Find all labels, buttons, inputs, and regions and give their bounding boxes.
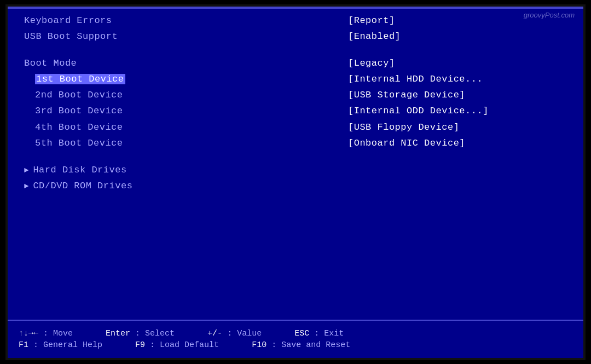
desc-esc: : Exit <box>314 329 344 338</box>
boot-device-5-row[interactable]: 5th Boot Device [Onboard NIC Device] <box>24 136 567 151</box>
desc-enter: : Select <box>135 329 175 338</box>
gap2 <box>24 152 567 163</box>
desc-f9: : Load Default <box>150 340 219 350</box>
shortcut-value: +/- : Value <box>207 329 262 338</box>
boot-device-5-label[interactable]: 5th Boot Device <box>35 138 123 148</box>
key-f9: F9 <box>135 340 145 350</box>
boot-device-2-label[interactable]: 2nd Boot Device <box>35 90 123 100</box>
cdvdrom-drives-row[interactable]: ► CD/DVD ROM Drives <box>24 178 567 193</box>
key-value: +/- <box>207 329 222 338</box>
gap1 <box>24 45 567 56</box>
boot-device-4-value: [USB Floppy Device] <box>348 122 481 132</box>
boot-mode-value: [Legacy] <box>348 58 417 68</box>
main-content: Keyboard Errors [Report] USB Boot Suppor… <box>8 7 583 358</box>
hard-disk-drives-label[interactable]: Hard Disk Drives <box>33 163 126 177</box>
watermark-text: groovyPost.com <box>524 11 575 19</box>
shortcut-f9: F9 : Load Default <box>135 340 219 350</box>
boot-device-1-value: [Internal HDD Device... <box>348 74 505 84</box>
boot-device-2-value: [USB Storage Device] <box>348 90 487 100</box>
bios-screen: groovyPost.com Keyboard Errors [Report] … <box>8 7 583 358</box>
shortcut-esc: ESC : Exit <box>294 329 344 338</box>
boot-device-5-value: [Onboard NIC Device] <box>348 138 487 148</box>
keyboard-errors-row: Keyboard Errors [Report] <box>24 13 567 28</box>
usb-boot-support-label: USB Boot Support <box>24 31 118 42</box>
key-esc: ESC <box>294 329 309 338</box>
boot-mode-label: Boot Mode <box>24 58 77 68</box>
boot-device-4-row[interactable]: 4th Boot Device [USB Floppy Device] <box>24 120 567 135</box>
boot-device-2-row[interactable]: 2nd Boot Device [USB Storage Device] <box>24 88 567 102</box>
boot-mode-row: Boot Mode [Legacy] <box>24 56 567 71</box>
hard-disk-drives-item[interactable]: ► Hard Disk Drives <box>24 163 337 177</box>
bottom-row-1: ↑↓→← : Move Enter : Select +/- : Value E… <box>19 329 572 338</box>
hard-disk-drives-row[interactable]: ► Hard Disk Drives <box>24 163 567 177</box>
shortcut-f10: F10 : Save and Reset <box>252 340 350 350</box>
usb-boot-support-value: [Enabled] <box>348 31 422 42</box>
arrow-icon-hdd: ► <box>24 166 28 175</box>
boot-device-3-label[interactable]: 3rd Boot Device <box>35 106 123 116</box>
cdvdrom-drives-label[interactable]: CD/DVD ROM Drives <box>33 178 132 193</box>
arrow-icon-cdvd: ► <box>24 182 28 190</box>
boot-device-3-value: [Internal ODD Device...] <box>348 106 511 116</box>
keyboard-errors-label: Keyboard Errors <box>24 15 112 26</box>
boot-device-1-label[interactable]: 1st Boot Device <box>35 74 125 84</box>
top-border <box>8 7 583 9</box>
boot-device-1-row[interactable]: 1st Boot Device [Internal HDD Device... <box>24 72 567 86</box>
key-enter: Enter <box>106 329 130 338</box>
boot-device-3-row[interactable]: 3rd Boot Device [Internal ODD Device...] <box>24 103 567 118</box>
shortcut-f1: F1 : General Help <box>19 340 102 350</box>
keyboard-errors-value: [Report] <box>348 15 417 26</box>
shortcut-move: ↑↓→← : Move <box>19 329 73 338</box>
key-f1: F1 <box>19 340 28 350</box>
shortcut-enter: Enter : Select <box>106 329 175 338</box>
key-f10: F10 <box>252 340 266 350</box>
monitor-frame: groovyPost.com Keyboard Errors [Report] … <box>5 4 586 360</box>
bottom-bar: ↑↓→← : Move Enter : Select +/- : Value E… <box>8 320 583 358</box>
desc-f1: : General Help <box>33 340 102 350</box>
usb-boot-support-row: USB Boot Support [Enabled] <box>24 29 567 44</box>
boot-device-4-label[interactable]: 4th Boot Device <box>35 122 123 132</box>
desc-f10: : Save and Reset <box>271 340 350 350</box>
cdvdrom-drives-item[interactable]: ► CD/DVD ROM Drives <box>24 178 337 193</box>
key-move: ↑↓→← <box>19 329 38 338</box>
bottom-row-2: F1 : General Help F9 : Load Default F10 … <box>19 340 572 350</box>
desc-move: : Move <box>43 329 73 338</box>
desc-value: : Value <box>227 329 262 338</box>
